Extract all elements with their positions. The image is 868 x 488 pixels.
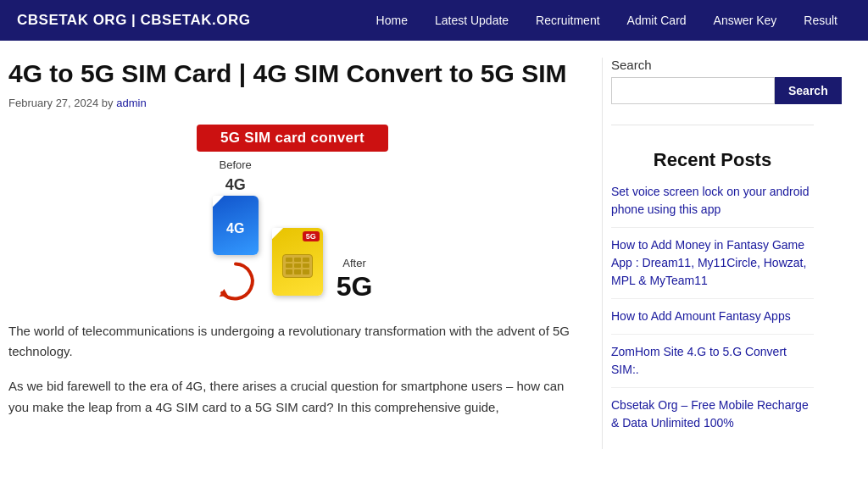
nav-latest-update[interactable]: Latest Update <box>421 0 522 41</box>
before-group: Before 4G 4G <box>213 158 259 302</box>
sim-visual: 5G SIM card convert Before 4G 4G <box>8 125 576 302</box>
search-input[interactable] <box>611 77 775 104</box>
chip-cell <box>294 263 301 268</box>
5g-card-group: 5G <box>272 228 323 296</box>
site-header: CBSETAK ORG | CBSETAK.ORG Home Latest Up… <box>0 0 868 41</box>
article-author-link[interactable]: admin <box>116 97 146 109</box>
recent-post-link-4[interactable]: ZomHom Site 4.G to 5.G Convert SIM:. <box>611 345 787 376</box>
article-meta: February 27, 2024 by admin <box>8 97 576 109</box>
chip-cell <box>303 258 309 262</box>
main-content: 4G to 5G SIM Card | 4G SIM Convert to 5G… <box>8 58 602 449</box>
recent-post-link-5[interactable]: Cbsetak Org – Free Mobile Recharge & Dat… <box>611 398 809 430</box>
main-nav: Home Latest Update Recruitment Admit Car… <box>363 0 851 41</box>
after-group: After 5G <box>337 257 373 302</box>
list-item: Set voice screen lock on your android ph… <box>611 183 814 228</box>
chip-cell <box>286 258 292 262</box>
recent-post-link-3[interactable]: How to Add Amount Fantasy Apps <box>611 309 791 323</box>
article-body: The world of telecommunications is under… <box>8 321 576 419</box>
article-date: February 27, 2024 <box>8 97 98 109</box>
chip-cell <box>286 263 292 268</box>
sim-card-4g: 4G <box>213 196 259 255</box>
search-button[interactable]: Search <box>775 77 842 104</box>
list-item: ZomHom Site 4.G to 5.G Convert SIM:. <box>611 343 814 388</box>
recent-post-link-1[interactable]: Set voice screen lock on your android ph… <box>611 185 809 216</box>
sim-chip <box>282 254 313 278</box>
nav-result[interactable]: Result <box>790 0 851 41</box>
search-label: Search <box>611 58 814 72</box>
nav-admit-card[interactable]: Admit Card <box>614 0 700 41</box>
sim-4g-text: 4G <box>226 221 244 236</box>
sim-cards-row: Before 4G 4G 5G <box>213 158 373 302</box>
4g-group: 4G 4G <box>213 176 259 255</box>
sim-5g-badge: 5G <box>303 231 320 241</box>
list-item: How to Add Money in Fantasy Game App : D… <box>611 236 814 299</box>
article-para-2: As we bid farewell to the era of 4G, the… <box>8 376 576 419</box>
chip-cell <box>294 269 301 274</box>
list-item: How to Add Amount Fantasy Apps <box>611 308 814 335</box>
sim-banner: 5G SIM card convert <box>197 125 388 152</box>
search-widget: Search Search <box>611 58 814 125</box>
page-wrapper: 4G to 5G SIM Card | 4G SIM Convert to 5G… <box>0 41 868 466</box>
recent-post-link-2[interactable]: How to Add Money in Fantasy Game App : D… <box>611 238 806 287</box>
arrow-icon <box>214 260 257 302</box>
after-label: After <box>342 257 365 269</box>
recent-posts-title: Recent Posts <box>611 149 814 171</box>
nav-home[interactable]: Home <box>363 0 421 41</box>
recent-posts-widget: Recent Posts Set voice screen lock on yo… <box>611 149 814 441</box>
sim-card-5g: 5G <box>272 228 323 296</box>
list-item: Cbsetak Org – Free Mobile Recharge & Dat… <box>611 396 814 441</box>
chip-cell <box>286 269 292 274</box>
search-row: Search <box>611 77 814 104</box>
site-title: CBSETAK ORG | CBSETAK.ORG <box>17 12 250 29</box>
before-label: Before <box>220 158 252 171</box>
nav-answer-key[interactable]: Answer Key <box>700 0 791 41</box>
after-5g-text: 5G <box>337 271 373 302</box>
chip-cell <box>303 269 309 274</box>
sidebar: Search Search Recent Posts Set voice scr… <box>602 58 814 449</box>
article-para-1: The world of telecommunications is under… <box>8 321 576 363</box>
chip-cell <box>303 263 309 268</box>
4g-label: 4G <box>225 176 246 194</box>
recent-posts-list: Set voice screen lock on your android ph… <box>611 183 814 441</box>
article-title: 4G to 5G SIM Card | 4G SIM Convert to 5G… <box>8 58 576 90</box>
article-by-text: by <box>102 97 114 109</box>
nav-recruitment[interactable]: Recruitment <box>522 0 613 41</box>
chip-cell <box>294 258 301 262</box>
